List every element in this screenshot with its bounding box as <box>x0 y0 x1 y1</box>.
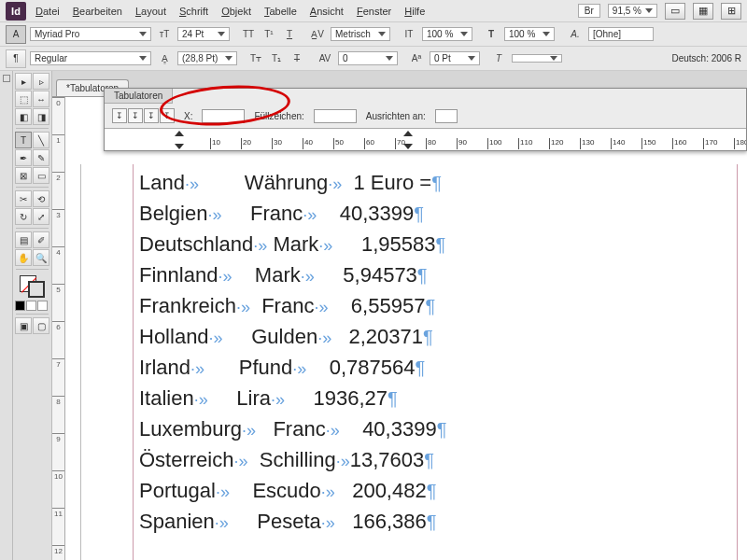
language-dropdown[interactable]: Deutsch: 2006 R <box>672 53 742 63</box>
ruler-tick: 150 <box>641 138 655 149</box>
control-panel-row2: ¶ Regular A͇ (28,8 Pt) Tᴛ T₁ T AV 0 Aª 0… <box>0 47 747 71</box>
page-tool[interactable]: ⬚ <box>15 91 32 107</box>
charstyle-icon: A. <box>566 26 585 43</box>
vruler-tick: 6 <box>52 321 64 331</box>
dropdown-icon <box>139 56 147 61</box>
allcaps-icon[interactable]: TT <box>239 26 258 43</box>
dropdown-icon <box>645 8 653 13</box>
line-tool[interactable]: ╲ <box>33 132 49 148</box>
font-style-dropdown[interactable]: Regular <box>30 51 151 65</box>
apply-gradient[interactable] <box>26 301 36 311</box>
baseline-dropdown[interactable]: 0 Pt <box>430 51 480 65</box>
menu-tabelle[interactable]: Tabelle <box>264 6 297 17</box>
smallcaps-icon[interactable]: Tᴛ <box>247 50 265 67</box>
menu-fenster[interactable]: Fenster <box>357 6 391 17</box>
tabs-panel-title[interactable]: Tabulatoren <box>105 89 173 104</box>
ausrichten-label: Ausrichten an: <box>366 111 426 121</box>
tab-right-align[interactable]: ↧ <box>144 108 159 123</box>
zoom-tool[interactable]: 🔍 <box>33 249 49 266</box>
apply-color[interactable] <box>15 301 25 311</box>
leading-icon: A͇ <box>155 50 174 67</box>
strikethrough-icon[interactable]: T <box>288 50 306 67</box>
menu-hilfe[interactable]: Hilfe <box>404 6 425 17</box>
baseline-value: 0 Pt <box>434 53 451 63</box>
direct-selection-tool[interactable]: ▹ <box>33 73 49 90</box>
menu-layout[interactable]: Layout <box>135 6 166 17</box>
ruler-tick: 110 <box>518 138 532 149</box>
collapse-icon[interactable] <box>3 75 10 82</box>
dropdown-icon <box>218 32 225 36</box>
menu-schrift[interactable]: Schrift <box>179 6 208 17</box>
view-normal[interactable]: ▣ <box>15 317 32 334</box>
arrange-icon[interactable]: ⊞ <box>721 3 741 20</box>
underline-icon[interactable]: T <box>280 26 299 43</box>
pen-tool[interactable]: ✒ <box>15 149 32 166</box>
skew-dropdown[interactable] <box>512 54 562 63</box>
ruler-tick: 40 <box>303 138 313 149</box>
rect-frame-tool[interactable]: ⊠ <box>15 167 32 184</box>
apply-none[interactable] <box>37 301 48 311</box>
char-mode-button[interactable]: A <box>6 25 26 44</box>
para-mode-button[interactable]: ¶ <box>6 49 26 68</box>
menu-datei[interactable]: Datei <box>35 6 60 17</box>
view-preview[interactable]: ▢ <box>33 317 49 334</box>
content-tool2[interactable]: ◨ <box>33 108 49 125</box>
selection-tool[interactable]: ▸ <box>15 73 32 90</box>
font-family-dropdown[interactable]: Myriad Pro <box>30 27 151 41</box>
dropdown-icon <box>550 56 557 61</box>
ruler-tick: 160 <box>672 138 686 149</box>
eyedropper-tool[interactable]: ✐ <box>33 231 49 248</box>
screen-mode-icon[interactable]: ▦ <box>693 3 713 20</box>
superscript-icon[interactable]: T¹ <box>260 26 278 43</box>
charstyle-dropdown[interactable]: [Ohne] <box>588 27 654 41</box>
vruler-tick: 0 <box>52 97 64 107</box>
vruler-tick: 11 <box>52 508 64 518</box>
font-size-icon: тT <box>155 26 174 43</box>
vscale-dropdown[interactable]: 100 % <box>422 27 472 41</box>
scissors-tool[interactable]: ✂ <box>15 190 32 207</box>
tab-left-align[interactable]: ↧ <box>112 108 127 123</box>
view-options-icon[interactable]: ▭ <box>665 3 685 20</box>
left-indent-marker[interactable] <box>175 144 184 149</box>
ausrichten-input[interactable] <box>435 109 458 123</box>
gradient-tool[interactable]: ▤ <box>15 231 32 248</box>
first-line-indent-marker[interactable] <box>175 131 184 136</box>
fuellzeichen-input[interactable] <box>314 109 357 123</box>
kerning-dropdown[interactable]: Metrisch <box>331 27 390 41</box>
gap-tool[interactable]: ↔ <box>33 91 49 107</box>
tabs-ruler[interactable]: 1020304050607080901001101201301401501601… <box>105 128 746 150</box>
tab-decimal-align[interactable]: ↧ <box>160 108 175 123</box>
pencil-tool[interactable]: ✎ <box>33 149 49 166</box>
fuellzeichen-label: Füllzeichen: <box>254 111 303 121</box>
dropdown-icon <box>225 56 233 61</box>
vruler-tick: 1 <box>52 134 64 145</box>
rotate-tool[interactable]: ↻ <box>15 208 32 225</box>
skew-icon: T <box>489 50 508 67</box>
x-input[interactable] <box>202 109 245 123</box>
font-size-value: 24 Pt <box>182 29 204 39</box>
text-frame[interactable]: Land·» Währung·» 1 Euro =¶ Belgien·» Fra… <box>139 168 446 538</box>
page: Land·» Währung·» 1 Euro =¶ Belgien·» Fra… <box>80 164 747 560</box>
tracking-dropdown[interactable]: 0 <box>338 51 398 65</box>
font-size-dropdown[interactable]: 24 Pt <box>177 27 230 41</box>
menu-bearbeiten[interactable]: Bearbeiten <box>73 6 122 17</box>
menu-ansicht[interactable]: Ansicht <box>310 6 344 17</box>
stroke-swatch[interactable] <box>28 281 45 298</box>
charstyle-value: [Ohne] <box>593 29 621 39</box>
rect-tool[interactable]: ▭ <box>33 167 49 184</box>
transform-tool[interactable]: ⟲ <box>33 190 49 207</box>
fill-stroke-swatch[interactable] <box>17 273 50 299</box>
leading-dropdown[interactable]: (28,8 Pt) <box>177 51 237 65</box>
hscale-dropdown[interactable]: 100 % <box>504 27 555 41</box>
scale-tool[interactable]: ⤢ <box>33 208 49 225</box>
right-indent-top[interactable] <box>403 131 413 136</box>
tab-center-align[interactable]: ↧ <box>128 108 143 123</box>
hand-tool[interactable]: ✋ <box>15 249 32 266</box>
type-tool[interactable]: T <box>15 132 32 148</box>
subscript-icon[interactable]: T₁ <box>267 50 286 67</box>
ruler-tick: 140 <box>611 138 625 149</box>
menu-objekt[interactable]: Objekt <box>221 6 251 17</box>
content-tool[interactable]: ◧ <box>15 108 32 125</box>
zoom-dropdown[interactable]: 91,5 % <box>608 4 657 18</box>
bridge-button[interactable]: Br <box>578 4 600 18</box>
